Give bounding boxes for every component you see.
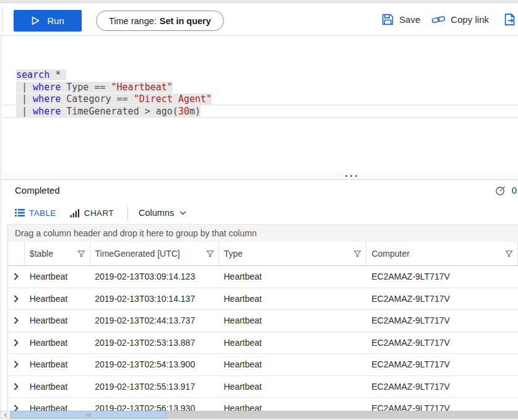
table-row[interactable]: Heartbeat2019-02-13T02:54:13.900Heartbea… [8, 354, 518, 376]
query-status: Completed [15, 185, 60, 195]
columns-label: Columns [139, 208, 174, 218]
column-header[interactable]: Computer [366, 242, 518, 265]
row-expander[interactable] [8, 317, 25, 324]
drag-hint: Drag a column header and drop it here to… [15, 228, 257, 238]
scrollbar-left-icon [4, 413, 7, 418]
table-row[interactable]: Heartbeat2019-02-13T02:44:13.737Heartbea… [8, 310, 518, 332]
code-line: | where Type == "Heartbeat" [16, 82, 518, 94]
tab-chart[interactable]: CHART [70, 208, 114, 218]
row-expander[interactable] [8, 273, 25, 280]
row-expander[interactable] [8, 295, 25, 302]
columns-dropdown[interactable]: Columns [139, 208, 186, 218]
chart-icon [70, 208, 80, 218]
table-cell: Heartbeat [25, 382, 90, 392]
table-cell: Heartbeat [218, 338, 366, 348]
table-cell: Heartbeat [218, 315, 366, 325]
code-line: search * [16, 69, 518, 82]
results-tab-bar: TABLE CHART Columns [15, 202, 186, 224]
table-cell: Heartbeat [218, 359, 366, 369]
table-cell: EC2AMAZ-9LT717V [366, 272, 518, 281]
scrollbar-left-button[interactable] [0, 411, 11, 419]
query-toolbar: Run Time range: Set in query Save Copy l… [0, 3, 518, 36]
table-body: Heartbeat2019-02-13T03:09:14.123Heartbea… [8, 266, 518, 420]
row-expander[interactable] [8, 339, 25, 346]
table-row[interactable]: Heartbeat2019-02-13T02:55:13.917Heartbea… [8, 376, 518, 398]
filter-icon[interactable] [353, 250, 361, 258]
elapsed-time: 0 [512, 185, 517, 195]
tab-table[interactable]: TABLE [15, 208, 56, 218]
filter-icon[interactable] [77, 250, 85, 258]
table-cell: 2019-02-13T02:44:13.737 [90, 315, 218, 325]
tab-chart-label: CHART [84, 208, 114, 218]
save-label: Save [399, 14, 420, 25]
chevron-right-icon [14, 295, 19, 302]
table-cell: 2019-02-13T03:10:14.137 [90, 294, 218, 304]
table-cell: Heartbeat [25, 338, 90, 348]
time-range-value: Set in query [160, 16, 211, 26]
column-header-row: $tableTimeGenerated [UTC]TypeComputer [8, 242, 518, 266]
table-cell: 2019-02-13T03:09:14.123 [90, 272, 218, 281]
table-cell: Heartbeat [25, 272, 90, 281]
chevron-right-icon [14, 383, 19, 390]
column-header[interactable]: TimeGenerated [UTC] [90, 242, 219, 265]
chevron-down-icon [179, 211, 186, 215]
table-cell: EC2AMAZ-9LT717V [366, 359, 518, 369]
table-row[interactable]: Heartbeat2019-02-13T03:10:14.137Heartbea… [8, 288, 518, 311]
row-expander[interactable] [8, 361, 25, 368]
table-icon [15, 208, 25, 217]
toolbar-divider [2, 8, 3, 32]
column-header-label: Computer [371, 249, 505, 259]
table-cell: Heartbeat [218, 294, 366, 304]
export-button[interactable] [503, 12, 517, 27]
save-icon [381, 13, 394, 26]
filter-icon[interactable] [206, 250, 214, 258]
table-cell: Heartbeat [25, 359, 90, 369]
query-editor[interactable]: search * | where Type == "Heartbeat" | w… [1, 36, 518, 172]
code-line: | where TimeGenerated > ago(30m) [16, 106, 518, 118]
row-expander[interactable] [8, 383, 25, 390]
column-header[interactable]: $table [25, 242, 90, 265]
table-cell: Heartbeat [25, 315, 90, 325]
group-drop-zone: Drag a column header and drop it here to… [8, 224, 518, 242]
column-header-label: Type [224, 249, 354, 259]
table-cell: Heartbeat [218, 382, 366, 392]
chevron-right-icon [14, 361, 19, 368]
table-cell: 2019-02-13T02:54:13.900 [90, 359, 218, 369]
chevron-right-icon [14, 317, 19, 324]
splitter-handle-icon [345, 175, 357, 177]
scrollbar-grip-icon [87, 413, 91, 417]
column-header-label: $table [30, 249, 77, 259]
time-range-button[interactable]: Time range: Set in query [96, 11, 224, 31]
stopwatch-icon [494, 184, 506, 196]
query-code: search * | where Type == "Heartbeat" | w… [16, 69, 518, 118]
column-header-label: TimeGenerated [UTC] [95, 249, 206, 259]
tab-table-label: TABLE [29, 208, 56, 218]
results-pane: Completed 0 TABLE CHART Columns [1, 179, 518, 420]
table-cell: EC2AMAZ-9LT717V [366, 338, 518, 348]
table-cell: 2019-02-13T02:53:13.887 [90, 338, 218, 348]
table-cell: 2019-02-13T02:55:13.917 [90, 382, 218, 392]
copy-link-button[interactable]: Copy link [431, 14, 489, 25]
results-grid: Drag a column header and drop it here to… [7, 224, 518, 420]
play-icon [31, 16, 40, 25]
run-button[interactable]: Run [14, 10, 82, 32]
time-range-label: Time range: [109, 16, 157, 26]
filter-icon[interactable] [505, 250, 513, 258]
table-cell: EC2AMAZ-9LT717V [366, 294, 518, 304]
table-cell: Heartbeat [25, 294, 90, 304]
table-cell: EC2AMAZ-9LT717V [366, 382, 518, 392]
horizontal-scrollbar [0, 411, 518, 419]
table-cell: Heartbeat [218, 272, 366, 281]
scrollbar-thumb[interactable] [11, 411, 166, 419]
pane-splitter[interactable] [1, 172, 518, 179]
scrollbar-track[interactable] [166, 411, 518, 419]
tab-separator [127, 207, 128, 219]
column-header[interactable]: Type [219, 242, 367, 265]
export-icon [503, 12, 517, 27]
table-cell: EC2AMAZ-9LT717V [366, 315, 518, 325]
table-row[interactable]: Heartbeat2019-02-13T03:09:14.123Heartbea… [8, 266, 518, 288]
table-row[interactable]: Heartbeat2019-02-13T02:53:13.887Heartbea… [8, 332, 518, 354]
chevron-right-icon [14, 273, 19, 280]
copy-link-icon [431, 14, 446, 25]
save-button[interactable]: Save [381, 13, 420, 26]
